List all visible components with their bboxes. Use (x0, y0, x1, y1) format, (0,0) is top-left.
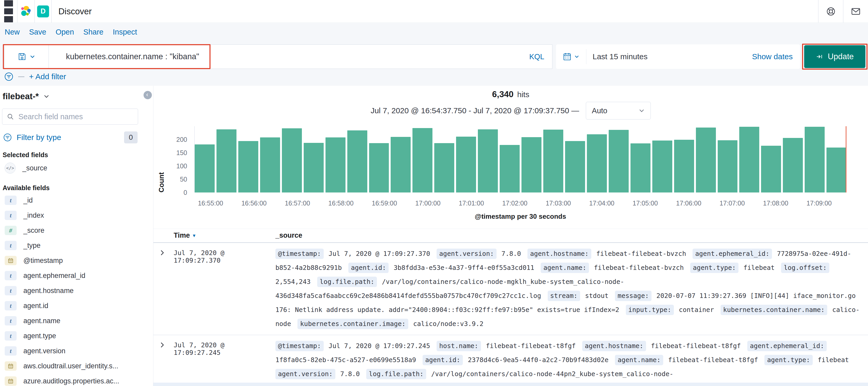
chevron-down-icon (43, 93, 50, 99)
time-range-value[interactable]: Last 15 minutes (593, 52, 648, 61)
elastic-logo-icon[interactable] (18, 0, 34, 23)
histogram-bar[interactable] (783, 138, 803, 192)
histogram-bar[interactable] (434, 143, 454, 192)
calendar-button[interactable] (556, 52, 586, 61)
field-item-agent.name[interactable]: tagent.name (0, 313, 153, 328)
histogram-bar[interactable] (609, 130, 629, 192)
histogram-bar[interactable] (478, 129, 498, 192)
histogram-bar[interactable] (347, 130, 367, 192)
search-query-input[interactable]: kubernetes.container.name : "kibana" KQL (49, 44, 552, 69)
interval-value: Auto (592, 107, 608, 115)
histogram-bar[interactable] (391, 137, 411, 192)
histogram-bar[interactable] (718, 140, 738, 192)
expand-row-button[interactable] (159, 341, 166, 349)
saved-query-button[interactable] (4, 44, 49, 69)
interval-select[interactable]: Auto (586, 102, 651, 119)
histogram-bar[interactable] (652, 141, 672, 192)
time-column-header[interactable]: Time▼ (174, 232, 196, 239)
histogram-bar[interactable] (696, 127, 716, 192)
toolbar-link-new[interactable]: New (5, 28, 20, 36)
field-item-agent.id[interactable]: tagent.id (0, 298, 153, 313)
histogram-bar[interactable] (260, 138, 280, 192)
histogram-bar[interactable] (565, 141, 585, 192)
histogram-bar[interactable] (827, 148, 846, 192)
field-item-aws.cloudtrail.user_identity.s...[interactable]: aws.cloudtrail.user_identity.s... (0, 358, 153, 374)
histogram-bar[interactable] (543, 129, 563, 192)
field-label: _id (23, 197, 33, 204)
query-text[interactable]: kubernetes.container.name : "kibana" (66, 52, 529, 61)
histogram-bar[interactable] (195, 144, 215, 192)
newsfeed-envelope-icon[interactable] (843, 0, 868, 23)
histogram-bar[interactable] (369, 143, 389, 192)
discover-app-badge: D (37, 5, 49, 18)
field-label: _score (23, 227, 44, 235)
field-item-agent.type[interactable]: tagent.type (0, 328, 153, 344)
source-field-key: agent.version: (437, 248, 497, 259)
toolbar-link-share[interactable]: Share (83, 28, 103, 36)
current-time-marker (846, 126, 846, 192)
field-item-_index[interactable]: t_index (0, 208, 153, 223)
show-dates-button[interactable]: Show dates (752, 52, 793, 61)
selected-fields-heading: Selected fields (3, 151, 153, 159)
field-item-_id[interactable]: t_id (0, 193, 153, 208)
histogram-bar[interactable] (630, 143, 650, 192)
field-item-_score[interactable]: #_score (0, 223, 153, 238)
histogram-bar[interactable] (282, 128, 302, 192)
histogram-bar[interactable] (500, 145, 520, 192)
histogram-bar[interactable] (412, 128, 432, 192)
histogram-bar[interactable] (674, 140, 694, 192)
x-tick-label: 17:04:00 (589, 200, 614, 207)
histogram-bar[interactable] (739, 127, 759, 192)
histogram-bar[interactable] (216, 129, 237, 192)
menu-icon[interactable] (0, 0, 17, 23)
histogram-bar[interactable] (304, 143, 324, 192)
x-axis-title: @timestamp per 30 seconds (194, 212, 846, 220)
field-label: aws.cloudtrail.user_identity.s... (23, 362, 118, 370)
available-fields-list: t_idt_index#_scoret_type@timestamptagent… (0, 193, 153, 386)
histogram-bar[interactable] (326, 138, 345, 192)
source-field-key: @timestamp: (275, 248, 324, 259)
doc-table-body: Jul 7, 2020 @ 17:09:27.370@timestamp: Ju… (153, 243, 868, 386)
histogram-bar[interactable] (522, 137, 541, 192)
field-item-_type[interactable]: t_type (0, 238, 153, 253)
source-field-key: host.name: (437, 341, 481, 351)
update-button[interactable]: Update (804, 45, 865, 68)
field-search-input[interactable] (18, 112, 134, 121)
field-label: agent.type (23, 332, 56, 340)
row-time-value: Jul 7, 2020 @ 17:09:27.370 (174, 249, 272, 264)
source-field-key: agent.ephemeral_id: (747, 341, 827, 351)
x-tick-label: 17:01:00 (459, 200, 484, 207)
field-item-_source[interactable]: </>_source (0, 160, 153, 176)
add-filter-button[interactable]: + Add filter (29, 72, 66, 81)
x-tick-label: 16:56:00 (241, 200, 267, 207)
source-field-key: agent.hostname: (527, 248, 591, 259)
index-pattern-selector[interactable]: filebeat-* (3, 91, 153, 101)
histogram-bar[interactable] (238, 141, 258, 192)
field-item-@timestamp[interactable]: @timestamp (0, 253, 153, 268)
query-language-button[interactable]: KQL (529, 53, 544, 61)
field-label: agent.version (23, 347, 65, 355)
sort-desc-icon: ▼ (192, 233, 196, 238)
x-tick-label: 17:06:00 (676, 200, 701, 207)
toolbar-link-save[interactable]: Save (29, 28, 46, 36)
filter-by-type-button[interactable]: Filter by type 0 (3, 131, 137, 143)
histogram-bar[interactable] (456, 137, 476, 192)
histogram-bar[interactable] (587, 134, 607, 192)
histogram-bar[interactable] (805, 127, 825, 192)
collapse-sidebar-button[interactable]: ‹ (144, 91, 152, 99)
x-tick-label: 16:58:00 (328, 200, 353, 207)
field-item-agent.version[interactable]: tagent.version (0, 344, 153, 358)
fields-sidebar: filebeat-* Filter by type 0 Selected fie… (0, 86, 153, 386)
toolbar-link-inspect[interactable]: Inspect (113, 28, 137, 36)
field-item-agent.hostname[interactable]: tagent.hostname (0, 283, 153, 298)
field-label: agent.hostname (23, 287, 74, 295)
toolbar: NewSaveOpenShareInspect (5, 28, 137, 36)
help-icon[interactable] (818, 0, 843, 23)
calendar-icon (563, 52, 571, 61)
toolbar-link-open[interactable]: Open (56, 28, 74, 36)
field-item-agent.ephemeral_id[interactable]: tagent.ephemeral_id (0, 268, 153, 283)
row-source-content: @timestamp: Jul 7, 2020 @ 17:09:27.245 h… (275, 339, 863, 386)
field-item-azure.auditlogs.properties.ac...[interactable]: azure.auditlogs.properties.ac... (0, 374, 153, 386)
histogram-bar[interactable] (761, 146, 781, 192)
expand-row-button[interactable] (159, 249, 166, 257)
